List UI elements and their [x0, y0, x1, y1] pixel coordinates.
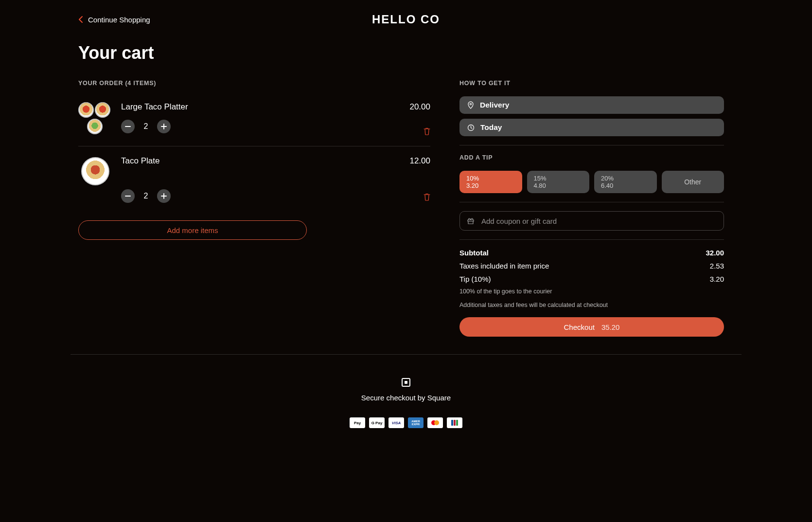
- item-thumbnails: [78, 156, 112, 186]
- tip-option-other[interactable]: Other: [662, 171, 724, 193]
- continue-shopping-link[interactable]: Continue Shopping: [78, 16, 150, 24]
- svg-rect-0: [125, 126, 131, 127]
- tip-amt: 3.20: [466, 182, 515, 189]
- visa-icon: VISA: [388, 417, 404, 428]
- coupon-field[interactable]: [459, 211, 724, 231]
- brand-logo: HELLO CO: [372, 13, 440, 26]
- tip-pct: 10%: [466, 175, 515, 182]
- fulfillment-method-button[interactable]: Delivery: [459, 96, 724, 114]
- tip-note: 100% of the tip goes to the courier: [459, 288, 724, 295]
- square-logo-icon: [402, 378, 410, 387]
- tip-summary-label: Tip (10%): [459, 275, 491, 283]
- cart-item: Large Taco Platter 20.00 2: [78, 96, 430, 146]
- fulfillment-method-label: Delivery: [480, 101, 509, 109]
- food-thumbnail-icon: [78, 102, 94, 118]
- tip-option-15[interactable]: 15% 4.80: [527, 171, 590, 193]
- tip-pct: 15%: [534, 175, 583, 182]
- food-thumbnail-icon: [95, 102, 110, 118]
- clock-icon: [467, 124, 475, 131]
- coupon-input[interactable]: [480, 216, 717, 226]
- continue-shopping-label: Continue Shopping: [88, 16, 150, 24]
- divider: [459, 239, 724, 240]
- tip-summary-value: 3.20: [710, 275, 724, 283]
- fees-note: Additional taxes and fees will be calcul…: [459, 302, 724, 308]
- payment-cards: Pay G Pay VISA AMEREXPR: [350, 417, 462, 428]
- plus-icon: [161, 124, 167, 129]
- subtotal-value: 32.00: [706, 249, 724, 257]
- tax-label: Taxes included in item price: [459, 262, 549, 270]
- checkout-label: Checkout: [564, 323, 595, 331]
- svg-rect-2: [161, 126, 167, 127]
- plus-icon: [161, 193, 167, 199]
- minus-icon: [125, 126, 131, 127]
- checkout-button[interactable]: Checkout 35.20: [459, 317, 724, 337]
- food-thumbnail-icon: [87, 119, 103, 134]
- tip-amt: 6.40: [601, 182, 650, 189]
- fulfillment-when-label: Today: [480, 123, 502, 132]
- item-price: 12.00: [409, 156, 430, 166]
- item-name: Large Taco Platter: [121, 102, 188, 112]
- decrease-qty-button[interactable]: [121, 189, 135, 203]
- trash-icon: [424, 127, 430, 135]
- tax-value: 2.53: [710, 262, 724, 270]
- item-qty: 2: [142, 122, 149, 131]
- divider: [71, 354, 741, 355]
- jcb-icon: [447, 417, 462, 428]
- food-thumbnail-icon: [81, 157, 109, 185]
- item-name: Taco Plate: [121, 156, 159, 166]
- add-more-items-label: Add more items: [167, 226, 218, 234]
- trash-icon: [424, 193, 430, 201]
- subtotal-label: Subtotal: [459, 249, 489, 257]
- remove-item-button[interactable]: [424, 193, 430, 203]
- add-tip-label: ADD A TIP: [459, 154, 724, 161]
- apple-pay-icon: Pay: [350, 417, 365, 428]
- tip-pct: 20%: [601, 175, 650, 182]
- decrease-qty-button[interactable]: [121, 120, 135, 133]
- svg-point-6: [470, 103, 471, 105]
- tip-amt: 4.80: [534, 182, 583, 189]
- gift-icon: [467, 217, 475, 224]
- tip-option-10[interactable]: 10% 3.20: [459, 171, 522, 193]
- tip-option-20[interactable]: 20% 6.40: [594, 171, 657, 193]
- item-qty: 2: [142, 192, 149, 200]
- cart-item: Taco Plate 12.00 2: [78, 146, 430, 212]
- mastercard-icon: [427, 417, 443, 428]
- item-thumbnails: [78, 102, 112, 137]
- your-order-label: YOUR ORDER (4 ITEMS): [78, 80, 430, 87]
- google-pay-icon: G Pay: [369, 417, 385, 428]
- page-title: Your cart: [78, 43, 734, 63]
- svg-rect-3: [125, 196, 131, 197]
- increase-qty-button[interactable]: [157, 189, 171, 203]
- chevron-left-icon: [78, 16, 83, 23]
- how-to-get-it-label: HOW TO GET IT: [459, 80, 724, 87]
- svg-rect-5: [161, 196, 167, 197]
- secure-checkout-label: Secure checkout by Square: [361, 394, 451, 402]
- minus-icon: [125, 196, 131, 197]
- item-price: 20.00: [409, 102, 430, 112]
- checkout-total: 35.20: [601, 323, 620, 331]
- tip-other-label: Other: [684, 178, 701, 186]
- divider: [459, 145, 724, 145]
- fulfillment-when-button[interactable]: Today: [459, 119, 724, 136]
- add-more-items-button[interactable]: Add more items: [78, 220, 307, 240]
- pin-icon: [467, 101, 474, 109]
- amex-icon: AMEREXPR: [408, 417, 424, 428]
- remove-item-button[interactable]: [424, 127, 430, 137]
- divider: [459, 202, 724, 202]
- increase-qty-button[interactable]: [157, 120, 171, 133]
